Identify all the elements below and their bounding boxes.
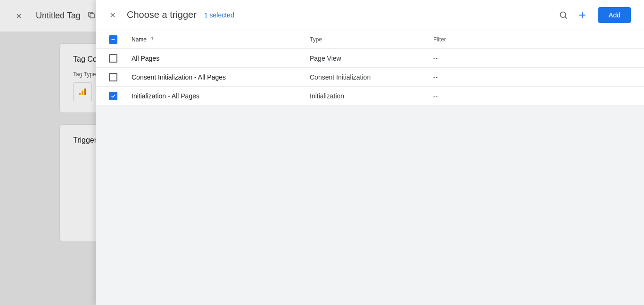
row-type: Consent Initialization bbox=[310, 73, 433, 81]
add-button[interactable]: Add bbox=[598, 7, 631, 23]
column-filter-header[interactable]: Filter bbox=[433, 36, 644, 43]
row-checkbox[interactable] bbox=[109, 92, 117, 100]
table-row[interactable]: Initialization - All PagesInitialization… bbox=[96, 87, 644, 105]
row-filter: -- bbox=[433, 92, 644, 100]
row-checkbox[interactable] bbox=[109, 73, 117, 81]
row-checkbox[interactable] bbox=[109, 54, 117, 63]
svg-point-4 bbox=[560, 12, 566, 17]
column-name-label: Name bbox=[132, 36, 147, 43]
table-header: Name Type Filter bbox=[96, 30, 644, 49]
row-name: All Pages bbox=[132, 55, 310, 62]
panel-header: Choose a trigger 1 selected Add bbox=[96, 0, 644, 30]
row-name: Consent Initialization - All Pages bbox=[132, 73, 310, 81]
select-all-checkbox[interactable] bbox=[109, 35, 117, 44]
row-type: Page View bbox=[310, 55, 433, 62]
row-name: Initialization - All Pages bbox=[132, 92, 310, 100]
row-filter: -- bbox=[433, 55, 644, 62]
selected-count: 1 selected bbox=[204, 11, 234, 19]
table-row[interactable]: Consent Initialization - All PagesConsen… bbox=[96, 68, 644, 87]
plus-icon[interactable] bbox=[573, 6, 592, 24]
table-row[interactable]: All PagesPage View-- bbox=[96, 49, 644, 68]
panel-title: Choose a trigger bbox=[127, 9, 197, 20]
sort-arrow-up-icon bbox=[149, 36, 155, 43]
search-icon[interactable] bbox=[554, 6, 573, 24]
close-icon[interactable] bbox=[107, 9, 118, 21]
column-name-header[interactable]: Name bbox=[132, 36, 310, 43]
table-body: All PagesPage View--Consent Initializati… bbox=[96, 49, 644, 105]
column-type-header[interactable]: Type bbox=[310, 36, 433, 43]
row-type: Initialization bbox=[310, 92, 433, 100]
row-filter: -- bbox=[433, 73, 644, 81]
choose-trigger-panel: Choose a trigger 1 selected Add Name Typ… bbox=[96, 0, 644, 305]
